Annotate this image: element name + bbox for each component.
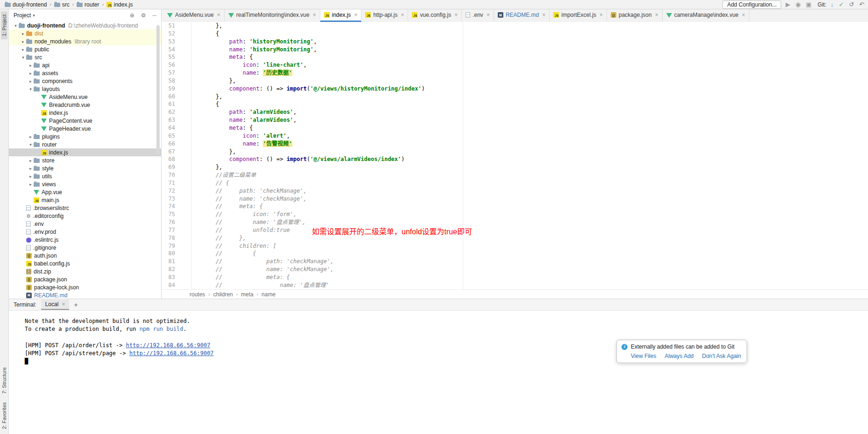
git-commit-icon[interactable]: ✓ [839,1,844,8]
tree-item[interactable]: JSindex.js [9,109,161,117]
tree-item[interactable]: ▸style [9,164,161,172]
tool-window-button[interactable]: 1: Project [1,11,7,39]
tree-item[interactable]: App.vue [9,188,161,196]
chevron-right-icon[interactable]: ▸ [20,47,26,52]
close-icon[interactable]: × [655,12,658,18]
tree-item[interactable]: ▸dist [9,29,161,37]
breadcrumb-item[interactable]: name [261,291,275,298]
chevron-right-icon[interactable]: ▸ [28,158,34,163]
chevron-right-icon[interactable]: ▸ [28,166,34,171]
tree-item[interactable]: .browserslistrc [9,204,161,212]
chevron-down-icon[interactable]: ▾ [28,87,34,91]
tree-item[interactable]: .env.prod [9,228,161,236]
settings-icon[interactable]: ⚙ [141,12,146,19]
editor-tab[interactable]: JSvue.config.js× [408,9,462,22]
editor-tab[interactable]: MREADME.md× [494,9,550,22]
run-icon[interactable]: ▶ [785,1,790,8]
tree-item[interactable]: ▸plugins [9,133,161,140]
hide-panel-icon[interactable]: ─ [152,12,156,19]
tree-item[interactable]: ▸node_moduleslibrary root [9,37,161,45]
terminal-output[interactable]: Note that the development build is not o… [9,311,868,434]
editor-tab[interactable]: realTimeMonitoring\index.vue× [225,9,320,22]
editor-tab[interactable]: .env× [462,9,494,22]
tree-item[interactable]: ▾duoji-frontendD:\zheheWeb\duoji-fronten… [9,21,161,29]
breadcrumb-item[interactable]: router [76,1,100,8]
terminal-tab[interactable]: Local × [41,300,70,310]
editor-tab[interactable]: JSindex.js× [320,9,362,22]
tree-item[interactable]: ▸store [9,156,161,164]
git-update-icon[interactable]: ↓ [831,1,834,8]
tree-item[interactable]: {}package.json [9,275,161,283]
project-view-selector[interactable]: Project ▾ [14,12,35,19]
breadcrumb-item[interactable]: duoji-frontend [4,1,48,8]
close-icon[interactable]: × [600,12,603,18]
close-icon[interactable]: × [742,12,745,18]
chevron-right-icon[interactable]: ▸ [28,182,34,187]
close-icon[interactable]: × [217,12,220,18]
breadcrumb-item[interactable]: meta [241,291,254,298]
chevron-right-icon[interactable]: ▸ [20,31,26,36]
tree-item[interactable]: ▸views [9,180,161,188]
tree-item[interactable]: ⚙.editorconfig [9,212,161,220]
scrollbar[interactable] [156,25,160,154]
close-icon[interactable]: × [542,12,545,18]
close-icon[interactable]: × [487,12,490,18]
tree-item[interactable]: Breadcrumb.vue [9,101,161,109]
tree-item[interactable]: ▾layouts [9,85,161,93]
tree-item[interactable]: JSbabel.config.js [9,259,161,267]
breadcrumb-item[interactable]: children [213,291,233,298]
chevron-right-icon[interactable]: ▸ [28,79,34,84]
breadcrumb-item[interactable]: src [53,1,71,8]
tree-item[interactable]: JSmain.js [9,196,161,204]
close-icon[interactable]: × [313,12,316,18]
tree-item[interactable]: dist.zip [9,267,161,275]
tree-item[interactable]: AsideMenu.vue [9,93,161,101]
close-icon[interactable]: × [401,12,404,18]
notification-action-link[interactable]: View Files [631,353,656,359]
editor-tab[interactable]: cameraManage\index.vue× [663,9,749,22]
close-icon[interactable]: × [454,12,458,18]
debug-icon[interactable]: ◉ [795,1,800,8]
tree-item[interactable]: ▾src [9,53,161,61]
chevron-down-icon[interactable]: ▾ [28,142,34,147]
tree-item[interactable]: MREADME.md [9,291,161,299]
chevron-right-icon[interactable]: ▸ [20,39,26,44]
history-icon[interactable]: ↺ [849,1,854,8]
close-icon[interactable]: × [62,301,65,308]
tree-item[interactable]: {}auth.json [9,252,161,259]
editor-tab[interactable]: {}package.json× [607,9,663,22]
rollback-icon[interactable]: ↶ [859,1,864,8]
terminal-link[interactable]: http://192.168.66.56:9007 [126,342,211,349]
chevron-right-icon[interactable]: ▸ [28,71,34,76]
tree-item[interactable]: ▸utils [9,172,161,180]
tool-window-button[interactable]: 7: Structure [1,364,7,397]
tree-item[interactable]: .gitignore [9,244,161,252]
close-icon[interactable]: × [354,12,357,18]
editor-tab[interactable]: JShttp-api.js× [361,9,408,22]
chevron-right-icon[interactable]: ▸ [28,134,34,139]
tree-item[interactable]: .eslintrc.js [9,236,161,244]
chevron-right-icon[interactable]: ▸ [28,174,34,179]
chevron-down-icon[interactable]: ▾ [20,55,26,60]
tree-item[interactable]: ▸components [9,77,161,85]
tree-item[interactable]: PageContent.vue [9,117,161,125]
breadcrumb-item[interactable]: routes [190,291,205,298]
tool-window-button[interactable]: 2: Favorites [1,399,7,432]
tree-item[interactable]: ▸api [9,61,161,69]
add-configuration-button[interactable]: Add Configuration... [722,0,781,9]
tree-item[interactable]: PageHeader.vue [9,125,161,133]
tree-item[interactable]: ▸assets [9,69,161,77]
tree-item[interactable]: ▾router [9,140,161,148]
new-terminal-icon[interactable]: + [74,301,78,308]
tree-item[interactable]: .env [9,220,161,228]
tree-item[interactable]: {}package-lock.json [9,283,161,291]
breadcrumb-item[interactable]: JSindex.js [106,1,134,8]
editor-tab[interactable]: JSimportExcel.js× [550,9,607,22]
locate-file-icon[interactable]: ⊕ [130,12,134,19]
notification-action-link[interactable]: Don't Ask Again [702,353,741,359]
tree-item[interactable]: ▸public [9,45,161,53]
terminal-link[interactable]: http://192.168.66.56:9007 [129,350,214,357]
tree-item[interactable]: JSindex.js [9,148,161,156]
notification-action-link[interactable]: Always Add [664,353,693,359]
chevron-down-icon[interactable]: ▾ [13,23,19,28]
